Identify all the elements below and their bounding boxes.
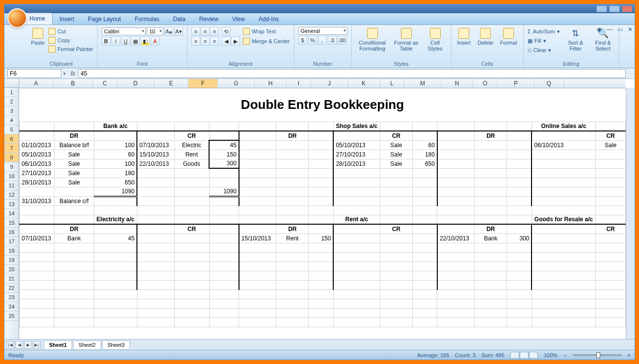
grow-font-button[interactable]: A▴ — [164, 27, 173, 36]
cell-F22[interactable] — [209, 289, 239, 299]
cell-H15[interactable]: DR — [276, 224, 309, 234]
cell-D21[interactable] — [137, 280, 174, 289]
cell-M12[interactable] — [437, 196, 475, 206]
cell-C15[interactable] — [94, 224, 137, 234]
cell-E9[interactable] — [174, 168, 209, 178]
cell-A14[interactable] — [20, 215, 54, 224]
cell-M9[interactable] — [437, 168, 475, 178]
cell-P13[interactable] — [532, 206, 595, 215]
cell-K7[interactable]: Sale — [380, 150, 412, 159]
row-header-18[interactable]: 18 — [4, 246, 19, 256]
alignment-buttons[interactable]: ≡≡≡ ≡≡≡ — [191, 27, 219, 46]
cell-E10[interactable] — [174, 178, 209, 187]
cell-N19[interactable] — [475, 261, 507, 271]
cell-G15[interactable] — [239, 224, 276, 234]
cell-H8[interactable] — [276, 159, 309, 168]
cell-A11[interactable] — [20, 187, 54, 196]
cell-O25[interactable] — [507, 317, 532, 327]
cell-J13[interactable] — [333, 206, 380, 215]
cell-N16[interactable]: Bank — [475, 234, 507, 243]
cell-K6[interactable]: Sale — [380, 140, 412, 150]
cell-D5[interactable] — [137, 131, 174, 140]
cell-C4[interactable]: Bank a/c — [94, 122, 137, 131]
cell-G23[interactable] — [239, 299, 276, 308]
cell-O24[interactable] — [507, 308, 532, 317]
cell-D6[interactable]: 07/10/2013 — [137, 140, 174, 150]
cell-O11[interactable] — [507, 187, 532, 196]
cell-I20[interactable] — [309, 271, 334, 280]
cell-E22[interactable] — [174, 289, 209, 299]
cell-O10[interactable] — [507, 178, 532, 187]
paste-button[interactable]: Paste — [29, 27, 47, 53]
cell-E21[interactable] — [174, 280, 209, 289]
cell-F14[interactable] — [209, 215, 239, 224]
sheet-cells[interactable]: Double Entry BookkeepingBank a/cShop Sal… — [19, 88, 626, 327]
cell-B6[interactable]: Balance b/f — [54, 140, 94, 150]
col-header-B[interactable]: B — [53, 79, 93, 88]
cell-N7[interactable] — [475, 150, 507, 159]
cell-N25[interactable] — [475, 317, 507, 327]
cell-F9[interactable] — [209, 168, 239, 178]
cell-C5[interactable] — [94, 131, 137, 140]
first-sheet-button[interactable]: |◀ — [6, 341, 14, 349]
cell-E11[interactable] — [174, 187, 209, 196]
cell-L24[interactable] — [412, 308, 437, 317]
cell-A21[interactable] — [20, 280, 54, 289]
cell-J6[interactable]: 05/10/2013 — [333, 140, 380, 150]
cell-G16[interactable]: 15/10/2013 — [239, 234, 276, 243]
cell-P17[interactable] — [532, 243, 595, 252]
cell-K24[interactable] — [380, 308, 412, 317]
underline-button[interactable]: U — [121, 37, 130, 46]
cell-J18[interactable] — [333, 252, 380, 261]
cell-G18[interactable] — [239, 252, 276, 261]
last-sheet-button[interactable]: ▶| — [33, 341, 41, 349]
cell-D24[interactable] — [137, 308, 174, 317]
cell-M14[interactable] — [437, 215, 475, 224]
cell-E12[interactable] — [174, 196, 209, 206]
cell-J19[interactable] — [333, 261, 380, 271]
cell-Q7[interactable] — [596, 150, 626, 159]
cell-O22[interactable] — [507, 289, 532, 299]
cell-L7[interactable]: 180 — [412, 150, 437, 159]
cell-B18[interactable] — [54, 252, 94, 261]
cut-button[interactable]: Cut — [49, 27, 93, 36]
cell-J15[interactable] — [333, 224, 380, 234]
cell-J9[interactable] — [333, 168, 380, 178]
cell-K12[interactable] — [380, 196, 412, 206]
format-painter-button[interactable]: Format Painter — [49, 45, 93, 53]
cell-G20[interactable] — [239, 271, 276, 280]
cell-A24[interactable] — [20, 308, 54, 317]
cell-D23[interactable] — [137, 299, 174, 308]
cell-C17[interactable] — [94, 243, 137, 252]
fill-button[interactable]: ▦ Fill ▾ — [528, 36, 560, 45]
cell-H18[interactable] — [276, 252, 309, 261]
cell-I16[interactable]: 150 — [309, 234, 334, 243]
cell-M17[interactable] — [437, 243, 475, 252]
percent-button[interactable]: % — [308, 36, 317, 45]
cell-N14[interactable] — [475, 215, 507, 224]
cell-D11[interactable] — [137, 187, 174, 196]
maximize-button[interactable] — [609, 5, 620, 12]
cell-L4[interactable] — [412, 122, 437, 131]
cell-Q10[interactable] — [596, 178, 626, 187]
cell-C14[interactable]: Electricity a/c — [94, 215, 137, 224]
cell-I24[interactable] — [309, 308, 334, 317]
cell-C10[interactable]: 650 — [94, 178, 137, 187]
cell-C22[interactable] — [94, 289, 137, 299]
cell-L13[interactable] — [412, 206, 437, 215]
cell-A6[interactable]: 01/10/2013 — [20, 140, 54, 150]
cell-P22[interactable] — [532, 289, 595, 299]
cell-K10[interactable] — [380, 178, 412, 187]
row-header-16[interactable]: 16 — [4, 228, 19, 237]
cell-D19[interactable] — [137, 261, 174, 271]
cell-M20[interactable] — [437, 271, 475, 280]
cell-K8[interactable]: Sale — [380, 159, 412, 168]
cell-C11[interactable]: 1090 — [94, 187, 137, 196]
col-header-F[interactable]: F — [188, 79, 218, 88]
cell-B22[interactable] — [54, 289, 94, 299]
cell-H10[interactable] — [276, 178, 309, 187]
row-header-2[interactable]: 2 — [4, 97, 19, 106]
cell-N5[interactable]: DR — [475, 131, 507, 140]
cell-M19[interactable] — [437, 261, 475, 271]
cell-K21[interactable] — [380, 280, 412, 289]
